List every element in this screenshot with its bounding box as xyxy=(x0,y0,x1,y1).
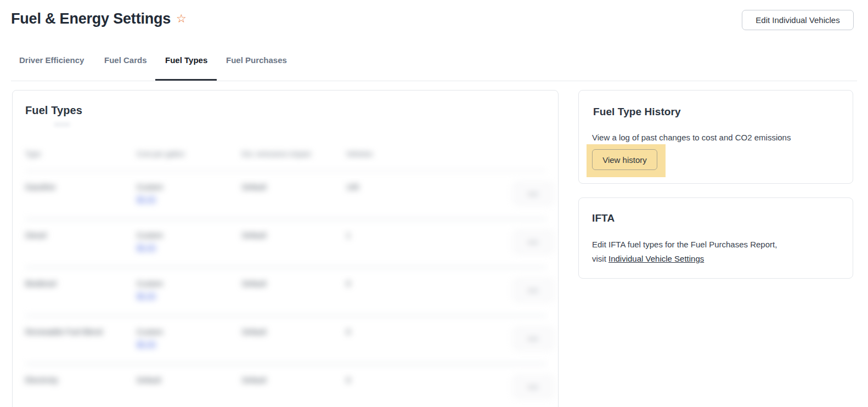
cell-cost: Custom xyxy=(137,183,163,191)
table-row: Gasoline Custom $0.00 Default 145 ••• xyxy=(13,172,558,220)
row-actions-button[interactable]: ••• xyxy=(512,326,554,351)
cell-vehicles: 0 xyxy=(346,279,351,288)
fuel-energy-settings-page: Fuel & Energy Settings ☆ Edit Individual… xyxy=(0,0,868,407)
cell-vehicles: 0 xyxy=(346,376,351,385)
cell-fuel-type: Gasoline xyxy=(25,183,55,191)
cell-cost: Custom xyxy=(137,327,163,336)
ifta-description-line2: visit Individual Vehicle Settings xyxy=(592,254,704,263)
page-title: Fuel & Energy Settings xyxy=(11,9,171,28)
ifta-description-line1: Edit IFTA fuel types for the Fuel Purcha… xyxy=(592,240,777,249)
cell-cost-link[interactable]: $0.00 xyxy=(137,291,156,300)
tab-fuel-types[interactable]: Fuel Types xyxy=(165,55,207,66)
cell-fuel-type: Renewable Fuel Blend xyxy=(25,327,103,336)
cell-cost-link[interactable]: $0.00 xyxy=(137,243,156,252)
favorite-star-icon[interactable]: ☆ xyxy=(176,12,187,25)
cell-cost-link[interactable]: $0.00 xyxy=(137,195,156,203)
cell-emissions: Default xyxy=(242,376,266,385)
cell-fuel-type: Electricity xyxy=(25,376,58,385)
table-row: Electricity Default Default 0 ••• xyxy=(13,365,558,407)
column-header-vehicles: Vehicles xyxy=(346,150,373,158)
cell-cost: Custom xyxy=(137,279,163,288)
tab-fuel-purchases[interactable]: Fuel Purchases xyxy=(226,55,287,66)
view-history-button[interactable]: View history xyxy=(592,149,657,170)
table-row: Renewable Fuel Blend Custom $0.00 Defaul… xyxy=(13,316,558,365)
cell-vehicles: 0 xyxy=(346,327,351,336)
cell-emissions: Default xyxy=(242,327,266,336)
individual-vehicle-settings-link[interactable]: Individual Vehicle Settings xyxy=(608,254,704,263)
cell-cost: Custom xyxy=(137,231,163,240)
fuel-type-history-title: Fuel Type History xyxy=(593,106,681,118)
ifta-visit-text: visit xyxy=(592,254,608,263)
tabs-divider xyxy=(11,81,857,81)
fuel-type-history-description: View a log of past changes to cost and C… xyxy=(592,133,791,142)
cell-emissions: Default xyxy=(242,231,266,240)
fuel-types-card-title: Fuel Types xyxy=(25,104,82,117)
ifta-title: IFTA xyxy=(592,212,615,224)
cell-fuel-type: Diesel xyxy=(25,231,47,240)
cell-cost-link[interactable]: $0.00 xyxy=(137,340,156,348)
fuel-types-table-blurred: Type Cost per gallon Est. emissions impa… xyxy=(13,142,558,407)
cell-vehicles: 145 xyxy=(346,183,359,191)
cell-emissions: Default xyxy=(242,183,266,191)
row-actions-button[interactable]: ••• xyxy=(512,182,554,206)
fuel-type-history-card: Fuel Type History View a log of past cha… xyxy=(578,90,853,184)
cell-emissions: Default xyxy=(242,279,266,288)
blurred-subtitle-blob xyxy=(54,122,70,127)
tab-driver-efficiency[interactable]: Driver Efficiency xyxy=(19,55,84,66)
row-actions-button[interactable]: ••• xyxy=(512,375,554,399)
column-header-emissions: Est. emissions impact xyxy=(242,150,311,158)
cell-cost: Default xyxy=(137,376,161,385)
column-header-type: Type xyxy=(25,150,41,158)
ifta-card: IFTA Edit IFTA fuel types for the Fuel P… xyxy=(578,197,853,279)
row-actions-button[interactable]: ••• xyxy=(512,230,554,254)
column-header-cost: Cost per gallon xyxy=(137,150,184,158)
fuel-types-card: Fuel Types Type Cost per gallon Est. emi… xyxy=(12,90,559,407)
tab-fuel-cards[interactable]: Fuel Cards xyxy=(104,55,147,66)
cell-fuel-type: Biodiesel xyxy=(25,279,57,288)
table-row: Diesel Custom $0.00 Default 1 ••• xyxy=(13,220,558,268)
edit-individual-vehicles-button[interactable]: Edit Individual Vehicles xyxy=(742,10,854,30)
row-actions-button[interactable]: ••• xyxy=(512,278,554,302)
table-row: Biodiesel Custom $0.00 Default 0 ••• xyxy=(13,268,558,316)
cell-vehicles: 1 xyxy=(346,231,351,240)
